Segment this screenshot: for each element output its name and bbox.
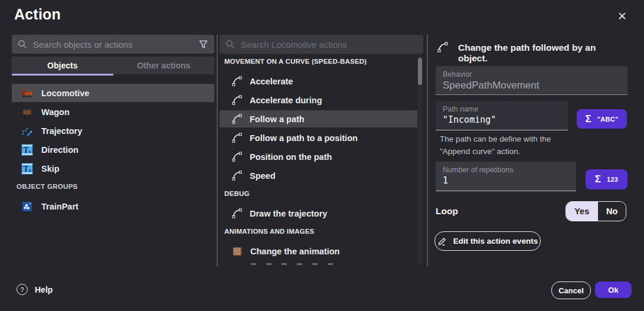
path-name-label: Path name bbox=[443, 105, 561, 113]
action-item-accelerate[interactable]: Accelerate bbox=[220, 73, 419, 90]
search-icon bbox=[225, 40, 235, 49]
curve-path-icon bbox=[231, 76, 243, 87]
panel-divider bbox=[217, 35, 218, 267]
actions-section-header: ANIMATIONS AND IMAGES bbox=[220, 228, 414, 235]
action-label: Accelerate bbox=[250, 77, 293, 86]
object-label: Skip bbox=[41, 164, 60, 173]
help-button[interactable]: ? Help bbox=[17, 284, 53, 295]
action-description: Change the path followed by an object. bbox=[458, 41, 626, 64]
loop-label: Loop bbox=[436, 206, 458, 217]
close-icon[interactable]: ✕ bbox=[614, 8, 630, 24]
path-hint-line: "Append curve" action. bbox=[440, 146, 581, 158]
loop-yes-button[interactable]: Yes bbox=[566, 202, 597, 221]
cancel-label: Cancel bbox=[558, 286, 584, 295]
object-group-icon bbox=[21, 201, 33, 212]
actions-scrollbar-thumb[interactable] bbox=[418, 58, 422, 85]
curve-path-icon bbox=[231, 151, 243, 162]
filter-icon[interactable] bbox=[198, 40, 208, 50]
object-label: Locomotive bbox=[41, 89, 89, 98]
object-label: Trajectory bbox=[41, 126, 82, 136]
trajectory-icon bbox=[21, 125, 33, 137]
cancel-button[interactable]: Cancel bbox=[551, 281, 591, 299]
action-item-accelerate-during[interactable]: Accelerate during bbox=[220, 91, 419, 109]
action-item-draw-trajectory[interactable]: Draw the trajectory bbox=[220, 205, 419, 222]
curve-path-icon bbox=[437, 41, 449, 53]
tab-objects[interactable]: Objects bbox=[12, 57, 113, 74]
action-item-change-animation[interactable]: Change the animation bbox=[220, 243, 419, 260]
object-group-item-trainpart[interactable]: TrainPart bbox=[12, 197, 214, 215]
curve-path-icon bbox=[231, 208, 243, 219]
svg-text:T: T bbox=[24, 146, 29, 154]
locomotive-icon bbox=[21, 87, 33, 99]
action-item-speed[interactable]: Speed bbox=[220, 167, 419, 184]
sigma-icon: Σ bbox=[595, 173, 601, 185]
tab-other-actions[interactable]: Other actions bbox=[113, 57, 215, 74]
action-label: Change the animation bbox=[250, 247, 339, 256]
behavior-field-label: Behavior bbox=[443, 70, 620, 78]
text-object-icon: Tx bbox=[21, 144, 33, 156]
action-label: Follow a path bbox=[250, 114, 305, 124]
action-label: Draw the trajectory bbox=[250, 209, 327, 218]
path-name-value[interactable]: "Incoming" bbox=[443, 114, 561, 125]
pencil-icon bbox=[437, 236, 447, 246]
actions-search-input[interactable] bbox=[240, 39, 413, 50]
abc-tag: "ABC" bbox=[597, 116, 619, 123]
action-description-row: Change the path followed by an object. bbox=[437, 41, 626, 64]
object-item-skip[interactable]: Tx Skip bbox=[12, 159, 214, 178]
object-groups-header: OBJECT GROUPS bbox=[17, 183, 78, 190]
left-tabs: Objects Other actions bbox=[12, 57, 214, 74]
actions-section-header: DEBUG bbox=[220, 190, 414, 197]
string-expression-button[interactable]: Σ "ABC" bbox=[577, 109, 627, 129]
text-object-icon: Tx bbox=[21, 163, 33, 175]
behavior-field-value: SpeedPathMovement bbox=[443, 80, 620, 91]
num-tag: 123 bbox=[607, 176, 618, 183]
ok-button[interactable]: Ok bbox=[595, 281, 632, 298]
objects-search-input[interactable] bbox=[32, 39, 194, 50]
page-title: Action bbox=[14, 6, 61, 23]
loop-toggle: Yes No bbox=[565, 201, 626, 221]
object-item-trajectory[interactable]: Trajectory bbox=[12, 122, 214, 140]
path-name-field[interactable]: Path name "Incoming" bbox=[436, 101, 568, 130]
curve-path-icon bbox=[231, 94, 243, 106]
curve-path-icon bbox=[231, 132, 243, 143]
path-hint-line: The path can be define with the bbox=[440, 133, 581, 146]
behavior-field: Behavior SpeedPathMovement bbox=[436, 66, 627, 95]
action-item-position-on-path[interactable]: Position on the path bbox=[220, 148, 419, 165]
action-label: Speed bbox=[250, 171, 276, 181]
actions-scrollbar-track[interactable] bbox=[417, 56, 423, 266]
clipped-next-row bbox=[251, 263, 334, 265]
actions-section-header: MOVEMENT ON A CURVE (SPEED-BASED) bbox=[220, 58, 414, 65]
wagon-icon bbox=[21, 106, 33, 118]
number-expression-button[interactable]: Σ 123 bbox=[586, 169, 627, 189]
repetitions-field[interactable]: Number of repetitions 1 bbox=[436, 162, 576, 191]
path-hint: The path can be define with the "Append … bbox=[440, 133, 581, 158]
sigma-icon: Σ bbox=[586, 113, 591, 125]
action-label: Accelerate during bbox=[250, 96, 322, 105]
actions-search-box bbox=[220, 35, 423, 54]
ok-label: Ok bbox=[608, 286, 618, 294]
action-label: Follow a path to a position bbox=[250, 133, 358, 143]
edit-button-label: Edit this action events bbox=[453, 237, 538, 245]
film-strip-icon bbox=[231, 247, 243, 256]
object-group-label: TrainPart bbox=[41, 202, 79, 211]
edit-action-events-button[interactable]: Edit this action events bbox=[434, 231, 541, 251]
repetitions-label: Number of repetitions bbox=[443, 166, 569, 174]
object-item-direction[interactable]: Tx Direction bbox=[12, 140, 214, 159]
object-item-locomotive[interactable]: Locomotive bbox=[12, 84, 214, 102]
object-label: Wagon bbox=[41, 107, 70, 117]
repetitions-value[interactable]: 1 bbox=[443, 175, 569, 186]
curve-path-icon bbox=[231, 113, 243, 125]
objects-search-box bbox=[12, 35, 214, 54]
curve-path-icon bbox=[231, 170, 243, 181]
loop-no-button[interactable]: No bbox=[597, 202, 626, 221]
panel-divider bbox=[427, 35, 428, 267]
search-icon bbox=[18, 40, 27, 49]
object-label: Direction bbox=[41, 145, 79, 155]
action-dialog: Action ✕ Objects Other actions Locomotiv… bbox=[0, 0, 644, 311]
object-item-wagon[interactable]: Wagon bbox=[12, 103, 214, 121]
help-label: Help bbox=[35, 285, 53, 294]
action-item-follow-a-path[interactable]: Follow a path bbox=[220, 110, 419, 127]
question-icon: ? bbox=[17, 284, 28, 295]
svg-text:T: T bbox=[24, 165, 29, 173]
action-item-follow-a-path-to-position[interactable]: Follow a path to a position bbox=[220, 129, 419, 146]
